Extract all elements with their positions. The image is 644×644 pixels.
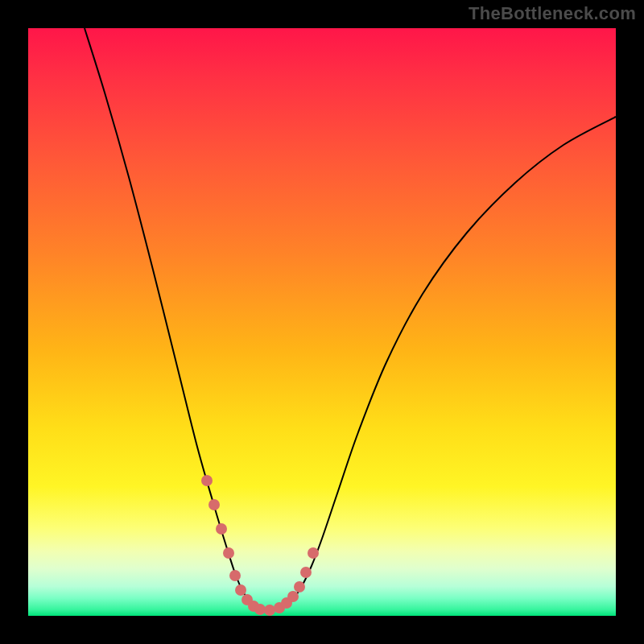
highlight-dot <box>201 475 213 486</box>
bottleneck-curve <box>85 28 616 610</box>
highlight-dot <box>235 584 246 596</box>
highlight-dot <box>254 604 266 615</box>
highlight-dot <box>287 591 299 602</box>
highlight-dot <box>300 567 312 578</box>
highlight-dot <box>294 581 305 592</box>
highlight-dot <box>216 523 227 535</box>
highlight-dot <box>264 605 275 616</box>
plot-area <box>28 28 616 616</box>
highlight-dot <box>223 547 234 559</box>
watermark-text: TheBottleneck.com <box>469 3 636 24</box>
chart-frame: TheBottleneck.com <box>0 0 644 644</box>
curve-layer <box>28 28 616 616</box>
highlight-dot <box>308 547 319 559</box>
highlight-dots <box>201 475 319 616</box>
highlight-dot <box>229 570 241 581</box>
highlight-dot <box>208 499 220 510</box>
